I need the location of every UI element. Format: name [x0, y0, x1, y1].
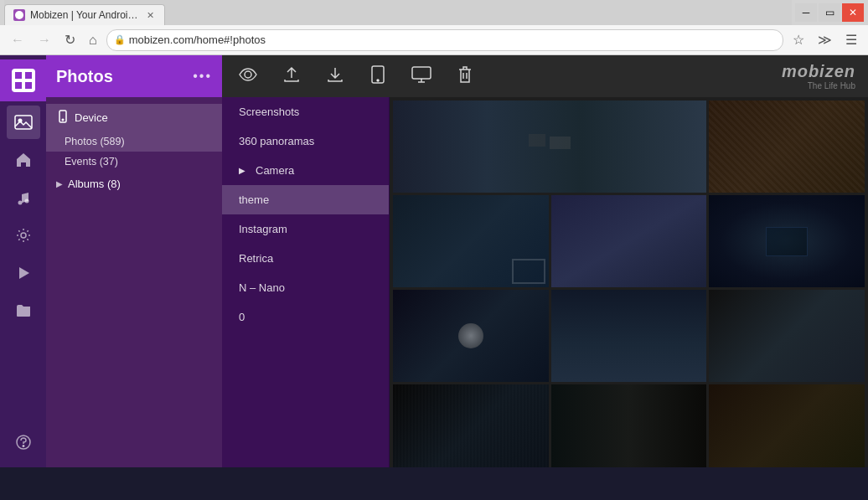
svg-point-8	[18, 201, 22, 205]
toolbar: mobizen The Life Hub	[222, 55, 868, 97]
address-bar[interactable]: 🔒 mobizen.com/home#!photos	[106, 29, 783, 51]
photo-thumb-1[interactable]	[393, 101, 706, 193]
forward-button[interactable]: →	[34, 31, 55, 49]
submenu-zero-label: 0	[239, 311, 245, 323]
svg-rect-5	[25, 82, 32, 89]
photo-thumb-9[interactable]	[393, 384, 549, 467]
device-label: Device	[75, 111, 108, 124]
svg-rect-2	[15, 72, 22, 79]
svg-rect-22	[550, 137, 571, 149]
reload-button[interactable]: ↻	[60, 30, 80, 49]
back-button[interactable]: ←	[7, 31, 28, 49]
phone-icon[interactable]	[365, 61, 390, 92]
submenu-theme[interactable]: theme	[222, 185, 389, 214]
extensions-button[interactable]: ≫	[814, 30, 836, 49]
device-item[interactable]: Device	[46, 104, 222, 131]
title-bar: Mobizen | Your Android, A... ✕ ─ ▭ ✕	[0, 0, 868, 25]
window-controls: ─ ▭ ✕	[795, 3, 864, 22]
minimize-button[interactable]: ─	[795, 3, 817, 22]
bookmark-button[interactable]: ☆	[788, 30, 809, 49]
menu-button[interactable]: ☰	[841, 30, 861, 49]
photo-thumb-6[interactable]	[393, 290, 549, 382]
photos-sub-item[interactable]: Photos (589)	[46, 131, 222, 152]
submenu-screenshots-label: Screenshots	[239, 106, 299, 118]
albums-expand-icon: ▶	[56, 179, 63, 188]
photos-sub-label: Photos (589)	[65, 136, 125, 147]
photo-thumb-8[interactable]	[709, 290, 865, 382]
photo-thumb-2[interactable]	[709, 101, 865, 193]
icon-sidebar	[0, 55, 46, 467]
svg-point-10	[21, 233, 26, 238]
app-logo	[0, 59, 46, 101]
albums-label: Albums (8)	[68, 178, 121, 190]
trash-icon[interactable]	[452, 61, 478, 92]
svg-point-9	[24, 199, 28, 204]
tab-title: Mobizen | Your Android, A...	[30, 9, 139, 21]
svg-rect-21	[529, 134, 545, 147]
mobizen-logo: mobizen	[782, 62, 855, 81]
submenu-instagram-label: Instagram	[239, 223, 287, 235]
submenu-camera-label: Camera	[256, 164, 294, 177]
photos-title: Photos	[56, 67, 186, 86]
submenu-theme-label: theme	[239, 193, 269, 206]
submenu-retrica-label: Retrica	[239, 252, 273, 265]
browser-chrome: Mobizen | Your Android, A... ✕ ─ ▭ ✕ ← →…	[0, 0, 868, 55]
events-sub-item[interactable]: Events (37)	[46, 152, 222, 172]
svg-point-15	[62, 119, 64, 121]
close-button[interactable]: ✕	[842, 3, 864, 22]
submenu-screenshots[interactable]: Screenshots	[222, 97, 389, 126]
svg-rect-3	[25, 72, 32, 79]
download-icon[interactable]	[322, 61, 349, 92]
photo-thumb-4[interactable]	[551, 195, 707, 287]
photo-thumb-5[interactable]	[709, 195, 865, 287]
camera-arrow-icon: ▶	[239, 166, 245, 175]
photo-grid	[390, 97, 868, 467]
photos-panel: Photos ••• Device Photos (589) Events (3…	[46, 55, 222, 467]
monitor-icon[interactable]	[407, 61, 436, 92]
browser-tab[interactable]: Mobizen | Your Android, A... ✕	[4, 4, 165, 25]
submenu-nano[interactable]: N – Nano	[222, 273, 389, 302]
svg-marker-11	[19, 267, 29, 279]
photo-thumb-10[interactable]	[551, 384, 707, 467]
sidebar-folder-icon[interactable]	[7, 294, 40, 327]
events-sub-label: Events (37)	[65, 156, 118, 168]
sidebar-photos-icon[interactable]	[7, 106, 40, 139]
svg-point-18	[377, 80, 379, 81]
sidebar-settings-icon[interactable]	[7, 219, 40, 252]
nav-tree: Device Photos (589) Events (37) ▶ Albums…	[46, 97, 222, 467]
submenu-nano-label: N – Nano	[239, 281, 285, 294]
photos-more-button[interactable]: •••	[193, 69, 212, 84]
photo-thumb-3[interactable]	[393, 195, 549, 287]
svg-point-0	[15, 11, 23, 19]
photo-thumb-7[interactable]	[551, 290, 707, 382]
submenu-zero[interactable]: 0	[222, 302, 389, 332]
submenu-360-panoramas[interactable]: 360 panoramas	[222, 126, 389, 156]
tab-close-button[interactable]: ✕	[144, 9, 156, 21]
svg-point-16	[245, 71, 251, 78]
photos-header: Photos •••	[46, 55, 222, 97]
sidebar-help-icon[interactable]	[7, 425, 40, 459]
upload-icon[interactable]	[278, 61, 305, 92]
maximize-button[interactable]: ▭	[819, 3, 840, 22]
home-button[interactable]: ⌂	[85, 31, 101, 49]
view-icon[interactable]	[235, 61, 261, 92]
svg-rect-19	[412, 67, 431, 79]
svg-rect-4	[15, 82, 22, 89]
albums-item[interactable]: ▶ Albums (8)	[46, 172, 222, 196]
sidebar-play-icon[interactable]	[7, 256, 40, 290]
photo-thumb-11[interactable]	[709, 384, 865, 467]
mobizen-tagline: The Life Hub	[782, 81, 855, 90]
app: Photos ••• Device Photos (589) Events (3…	[0, 55, 868, 467]
sidebar-home-icon[interactable]	[7, 143, 40, 177]
submenu-retrica[interactable]: Retrica	[222, 244, 389, 273]
content-area: mobizen The Life Hub Screenshots 360 pan…	[222, 55, 868, 467]
svg-rect-6	[15, 116, 32, 129]
submenu-panel: Screenshots 360 panoramas ▶ Camera theme…	[222, 97, 390, 467]
sidebar-music-icon[interactable]	[7, 181, 40, 214]
svg-point-13	[23, 446, 24, 447]
tab-favicon	[13, 9, 25, 21]
submenu-instagram[interactable]: Instagram	[222, 214, 389, 244]
nav-bar: ← → ↻ ⌂ 🔒 mobizen.com/home#!photos ☆ ≫ ☰	[0, 25, 868, 55]
submenu-panoramas-label: 360 panoramas	[239, 135, 314, 147]
submenu-camera[interactable]: ▶ Camera	[222, 156, 389, 185]
